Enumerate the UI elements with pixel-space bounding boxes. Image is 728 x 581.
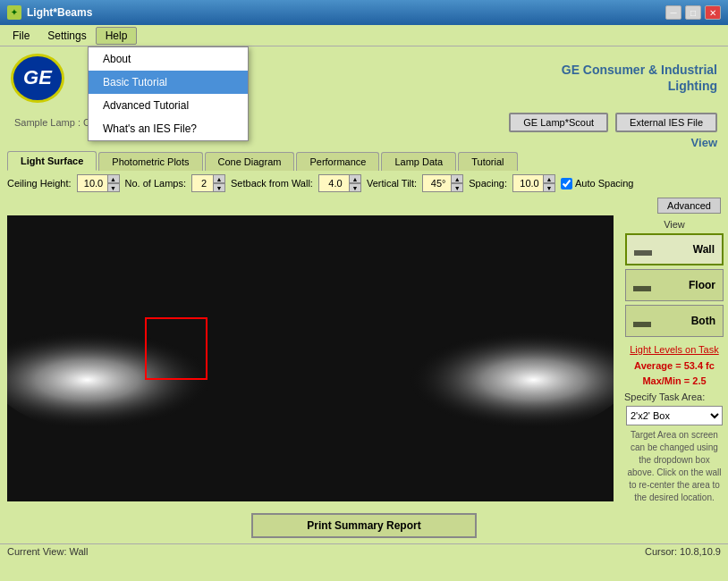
- light-visualization: [7, 215, 614, 501]
- ge-lamp-scout-button[interactable]: GE Lamp*Scout: [509, 113, 608, 132]
- cursor-status: Cursor: 10.8,10.9: [645, 546, 721, 557]
- close-button[interactable]: ✕: [705, 5, 721, 20]
- right-panel: View ▬ Wall ▬ Floor ▬ Both Light Levels …: [621, 215, 728, 508]
- spacing-label: Spacing:: [469, 178, 507, 189]
- header-title-line2: Lighting: [562, 78, 717, 94]
- print-row: Print Summary Report: [0, 508, 728, 543]
- right-panel-view-label: View: [664, 219, 685, 230]
- task-area-dropdown[interactable]: 2'x2' Box: [626, 406, 723, 425]
- tilt-spinner: ▲ ▼: [451, 174, 463, 192]
- menubar: File Settings Help: [0, 25, 728, 46]
- tilt-input[interactable]: [422, 174, 454, 192]
- tab-lamp-data[interactable]: Lamp Data: [381, 152, 456, 171]
- dropdown-advanced-tutorial[interactable]: Advanced Tutorial: [89, 94, 248, 117]
- floor-icon: ▬: [633, 275, 651, 296]
- minimize-button[interactable]: ─: [665, 5, 681, 20]
- wall-icon: ▬: [634, 240, 652, 260]
- auto-spacing-text: Auto Spacing: [575, 178, 633, 189]
- tab-photometric-plots[interactable]: Photometric Plots: [98, 152, 202, 171]
- titlebar: ✦ Light*Beams ─ □ ✕: [0, 0, 728, 25]
- ceiling-height-spinner: ▲ ▼: [107, 174, 120, 192]
- tilt-down[interactable]: ▼: [451, 183, 463, 192]
- view-floor-label: Floor: [689, 279, 715, 291]
- advanced-button[interactable]: Advanced: [657, 198, 721, 214]
- maxmin-value: Max/Min = 2.5: [634, 374, 715, 389]
- dropdown-about[interactable]: About: [89, 47, 248, 71]
- ceiling-height-down[interactable]: ▼: [107, 183, 120, 192]
- tilt-label: Vertical Tilt:: [367, 178, 417, 189]
- view-both-button[interactable]: ▬ Both: [625, 305, 724, 337]
- help-dropdown: About Basic Tutorial Advanced Tutorial W…: [88, 46, 249, 141]
- menu-help[interactable]: Help: [96, 27, 138, 45]
- view-both-label: Both: [691, 315, 715, 327]
- menu-file[interactable]: File: [4, 28, 38, 44]
- setback-input[interactable]: [318, 174, 352, 192]
- task-info-text: Target Area on screen can be changed usi…: [624, 429, 724, 504]
- controls-row: Ceiling Height: ▲ ▼ No. of Lamps: ▲ ▼ Se…: [0, 171, 728, 196]
- auto-spacing-label: Auto Spacing: [561, 178, 633, 189]
- view-wall-label: Wall: [693, 243, 715, 256]
- tabs-row: Light Surface Photometric Plots Cone Dia…: [0, 151, 728, 171]
- no-lamps-up[interactable]: ▲: [213, 174, 225, 183]
- ge-logo: GE: [11, 54, 64, 103]
- current-view-status: Current View: Wall: [7, 546, 88, 557]
- view-wall-button[interactable]: ▬ Wall: [625, 233, 724, 265]
- no-lamps-label: No. of Lamps:: [125, 178, 186, 189]
- ceiling-height-input[interactable]: [77, 174, 111, 192]
- external-ies-button[interactable]: External IES File: [615, 113, 717, 132]
- spacing-down[interactable]: ▼: [543, 183, 555, 192]
- light-canvas-area[interactable]: [7, 215, 614, 501]
- tab-performance[interactable]: Performance: [296, 152, 379, 171]
- spacing-spinner: ▲ ▼: [543, 174, 555, 192]
- setback-up[interactable]: ▲: [349, 174, 361, 183]
- tab-tutorial[interactable]: Tutorial: [458, 152, 517, 171]
- view-floor-button[interactable]: ▬ Floor: [625, 269, 724, 301]
- setback-down[interactable]: ▼: [349, 183, 361, 192]
- average-value: Average = 53.4 fc: [634, 358, 715, 374]
- tab-light-surface[interactable]: Light Surface: [7, 151, 97, 171]
- view-label: View: [691, 136, 717, 149]
- statusbar: Current View: Wall Cursor: 10.8,10.9: [0, 543, 728, 559]
- header-title: GE Consumer & Industrial Lighting: [562, 62, 717, 94]
- auto-spacing-checkbox[interactable]: [561, 178, 572, 189]
- ceiling-height-up[interactable]: ▲: [107, 174, 120, 183]
- spacing-input[interactable]: [512, 174, 546, 192]
- setback-spinner: ▲ ▼: [349, 174, 361, 192]
- app-icon: ✦: [7, 5, 21, 20]
- print-summary-button[interactable]: Print Summary Report: [251, 513, 476, 538]
- window-controls: ─ □ ✕: [665, 5, 721, 20]
- maximize-button[interactable]: □: [685, 5, 701, 20]
- header-title-line1: GE Consumer & Industrial: [562, 62, 717, 78]
- tab-cone-diagram[interactable]: Cone Diagram: [205, 152, 295, 171]
- no-lamps-down[interactable]: ▼: [213, 183, 225, 192]
- app-title: Light*Beams: [27, 6, 92, 19]
- light-levels-data: Average = 53.4 fc Max/Min = 2.5: [634, 358, 715, 388]
- dropdown-ies-file[interactable]: What's an IES File?: [89, 117, 248, 140]
- both-icon: ▬: [633, 311, 651, 332]
- tilt-up[interactable]: ▲: [451, 174, 463, 183]
- setback-label: Setback from Wall:: [231, 178, 313, 189]
- spacing-up[interactable]: ▲: [543, 174, 555, 183]
- ceiling-height-label: Ceiling Height:: [7, 178, 72, 189]
- dropdown-basic-tutorial[interactable]: Basic Tutorial: [89, 71, 248, 94]
- task-area-label: Specify Task Area:: [624, 392, 705, 402]
- menu-settings[interactable]: Settings: [38, 28, 95, 44]
- main-content: View ▬ Wall ▬ Floor ▬ Both Light Levels …: [0, 215, 728, 508]
- no-lamps-spinner: ▲ ▼: [213, 174, 225, 192]
- light-levels-title: Light Levels on Task: [630, 344, 718, 355]
